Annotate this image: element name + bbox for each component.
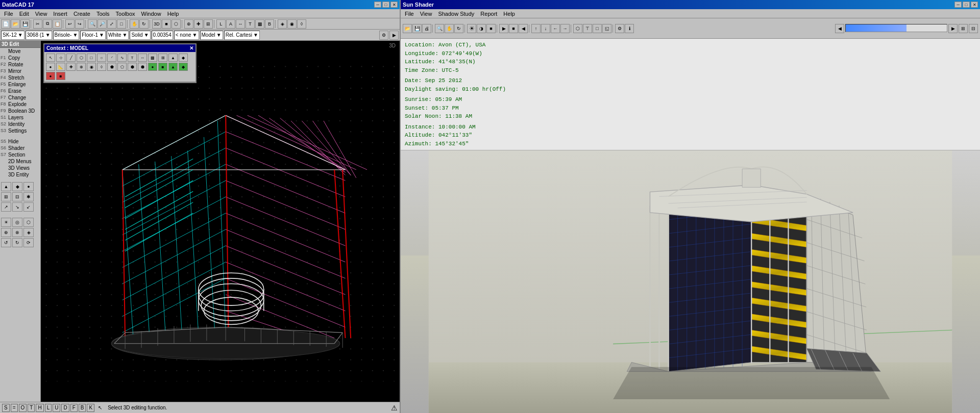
key-d[interactable]: D: [61, 404, 69, 412]
sidebar-item-stretch[interactable]: F4Stretch: [0, 74, 40, 81]
sunshader-3d-viewport[interactable]: [401, 150, 980, 413]
ss-tb-front[interactable]: □: [593, 24, 602, 33]
icon-btn-10[interactable]: ☀: [1, 218, 11, 227]
tb-zoom-fit[interactable]: ⤢: [107, 19, 116, 29]
tb-dim[interactable]: ↔: [236, 19, 245, 29]
tb-wire[interactable]: ⬡: [172, 19, 181, 29]
ctx-extra6[interactable]: ⬣: [138, 63, 147, 71]
ctx-poly[interactable]: ⬡: [77, 54, 86, 62]
menu-toolbox[interactable]: Toolbox: [113, 9, 138, 18]
sidebar-item-enlarge[interactable]: F5Enlarge: [0, 81, 40, 88]
tb-extra-right2[interactable]: ▶: [389, 31, 399, 40]
ss-menu-file[interactable]: File: [402, 9, 417, 18]
icon-btn-15[interactable]: ◈: [23, 228, 34, 237]
ss-menu-report[interactable]: Report: [477, 9, 500, 18]
minimize-button[interactable]: ─: [374, 2, 381, 8]
close-button[interactable]: ✕: [390, 2, 398, 8]
key-f[interactable]: F: [70, 404, 78, 412]
sidebar-item-settings[interactable]: S3Settings: [0, 127, 40, 134]
ctx-red2[interactable]: ■: [56, 72, 65, 80]
ctx-snap2[interactable]: ⊕: [77, 63, 86, 71]
icon-btn-5[interactable]: ⊟: [12, 192, 22, 201]
ss-slider[interactable]: [845, 24, 947, 32]
ss-menu-view[interactable]: View: [417, 9, 435, 18]
ss-tb-print[interactable]: 🖨: [422, 24, 431, 33]
menu-view[interactable]: View: [32, 9, 51, 18]
sidebar-item-hide[interactable]: S5Hide: [0, 138, 40, 145]
icon-btn-8[interactable]: ↘: [12, 202, 22, 212]
ctx-extra3[interactable]: ⬟: [107, 63, 116, 71]
icon-btn-12[interactable]: ⬡: [23, 218, 34, 227]
ss-tb-open[interactable]: 📂: [403, 24, 412, 33]
tb-zoom-in[interactable]: 🔍: [88, 19, 97, 29]
icon-btn-6[interactable]: ✱: [23, 192, 34, 201]
tb-cut[interactable]: ✂: [33, 19, 42, 29]
icon-btn-7[interactable]: ↗: [1, 202, 11, 212]
sidebar-item-3dviews[interactable]: 3D Views: [0, 165, 40, 171]
icon-btn-3[interactable]: ●: [23, 182, 34, 191]
menu-file[interactable]: File: [1, 9, 16, 18]
tb-grid[interactable]: ⊞: [204, 19, 213, 29]
icon-btn-16[interactable]: ↺: [1, 238, 11, 247]
tb-layer[interactable]: L: [216, 19, 226, 29]
ctx-measure[interactable]: 📐: [56, 63, 65, 71]
ctx-green2[interactable]: ■: [158, 63, 167, 71]
ctx-green1[interactable]: ●: [148, 63, 157, 71]
tb-pan[interactable]: ✋: [130, 19, 139, 29]
sidebar-item-erase[interactable]: F6Erase: [0, 88, 40, 94]
tb-attrib[interactable]: A: [226, 19, 235, 29]
tb-new[interactable]: 📄: [1, 19, 10, 29]
mode-dropdown[interactable]: Model ▼: [200, 31, 223, 40]
ss-tb-sun[interactable]: ☀: [467, 24, 476, 33]
sidebar-item-shader[interactable]: S6Shader: [0, 145, 40, 151]
render-dropdown[interactable]: Solid ▼: [130, 31, 150, 40]
ss-tb-slider-right[interactable]: ▶: [948, 24, 958, 33]
ss-tb-up[interactable]: ↑: [531, 24, 541, 33]
icon-btn-13[interactable]: ⊕: [1, 228, 11, 237]
tb-rotate-view[interactable]: ↻: [139, 19, 149, 29]
snap-dropdown[interactable]: < none ▼: [174, 31, 199, 40]
tb-zoom-window[interactable]: □: [117, 19, 126, 29]
ss-tb-settings[interactable]: ⚙: [615, 24, 624, 33]
datacad-3d-viewport[interactable]: Context : MODEL ✕ ↖ ⊹ ╱ ⬡ □ ○ ◜ ∿ T ↔ ▩ …: [41, 41, 400, 402]
sidebar-item-mirror[interactable]: F3Mirror: [0, 68, 40, 74]
ctx-3d3[interactable]: ●: [46, 63, 55, 71]
tb-hatch[interactable]: ▩: [255, 19, 264, 29]
layer-dropdown[interactable]: SK-12 ▼: [1, 31, 24, 40]
icon-btn-18[interactable]: ⟳: [23, 238, 34, 247]
sidebar-item-explode[interactable]: F8Explode: [0, 101, 40, 108]
ctx-extra1[interactable]: ◉: [87, 63, 96, 71]
ctx-curve[interactable]: ∿: [117, 54, 127, 62]
ss-maximize-button[interactable]: □: [963, 2, 970, 8]
floor-dropdown[interactable]: Floor-1 ▼: [80, 31, 106, 40]
ss-tb-render[interactable]: ■: [486, 24, 496, 33]
ss-tb-left[interactable]: ←: [551, 24, 560, 33]
menu-window[interactable]: Window: [138, 9, 164, 18]
tb-save[interactable]: 💾: [20, 19, 30, 29]
ctx-arrow[interactable]: ↖: [46, 54, 55, 62]
key-eq[interactable]: =: [11, 404, 18, 412]
sidebar-item-rotate[interactable]: F2Rotate: [0, 61, 40, 68]
sidebar-item-change[interactable]: F7Change: [0, 94, 40, 101]
key-l[interactable]: L: [45, 404, 52, 412]
ss-tb-iso[interactable]: ⬡: [573, 24, 582, 33]
key-o[interactable]: O: [19, 404, 27, 412]
tb-paste[interactable]: 📋: [53, 19, 62, 29]
ctx-3d1[interactable]: ▲: [168, 54, 178, 62]
context-menu-title[interactable]: Context : MODEL ✕: [44, 44, 195, 52]
coord-dropdown[interactable]: Rel. Cartesi ▼: [224, 31, 260, 40]
ctx-arc[interactable]: ◜: [107, 54, 116, 62]
sidebar-item-2dmenus[interactable]: 2D Menus: [0, 158, 40, 165]
tb-block[interactable]: B: [265, 19, 274, 29]
tb-redo[interactable]: ↪: [75, 19, 84, 29]
ss-tb-top[interactable]: ⊤: [583, 24, 592, 33]
ss-tb-rotate[interactable]: ↻: [454, 24, 463, 33]
sidebar-item-section[interactable]: S7Section: [0, 151, 40, 158]
ss-tb-play[interactable]: ▶: [499, 24, 508, 33]
key-s[interactable]: S: [2, 404, 10, 412]
tb-extra3[interactable]: ◊: [297, 19, 306, 29]
ctx-snap1[interactable]: ✚: [66, 63, 76, 71]
menu-tools[interactable]: Tools: [93, 9, 113, 18]
ss-menu-help[interactable]: Help: [500, 9, 518, 18]
ss-tb-slider-left[interactable]: ◀: [835, 24, 844, 33]
